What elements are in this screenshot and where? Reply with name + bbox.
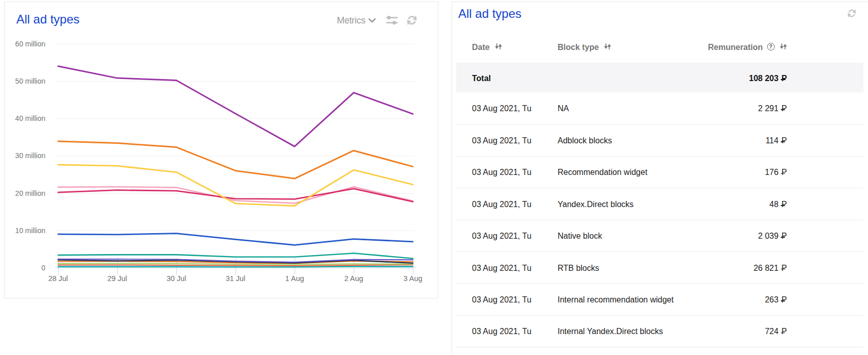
svg-text:50 million: 50 million	[15, 77, 45, 85]
svg-text:31 Jul: 31 Jul	[226, 274, 246, 283]
svg-text:30 Jul: 30 Jul	[167, 274, 187, 283]
svg-text:40 million: 40 million	[15, 114, 45, 122]
svg-text:10 million: 10 million	[15, 226, 45, 235]
svg-text:20 million: 20 million	[15, 189, 45, 197]
svg-text:0: 0	[41, 264, 45, 272]
svg-text:28 Jul: 28 Jul	[48, 274, 68, 283]
svg-text:60 million: 60 million	[15, 40, 45, 48]
svg-text:2 Aug: 2 Aug	[344, 274, 363, 283]
svg-text:29 Jul: 29 Jul	[108, 274, 127, 283]
svg-text:30 million: 30 million	[15, 151, 45, 160]
svg-text:1 Aug: 1 Aug	[285, 274, 304, 283]
svg-text:3 Aug: 3 Aug	[403, 274, 422, 283]
